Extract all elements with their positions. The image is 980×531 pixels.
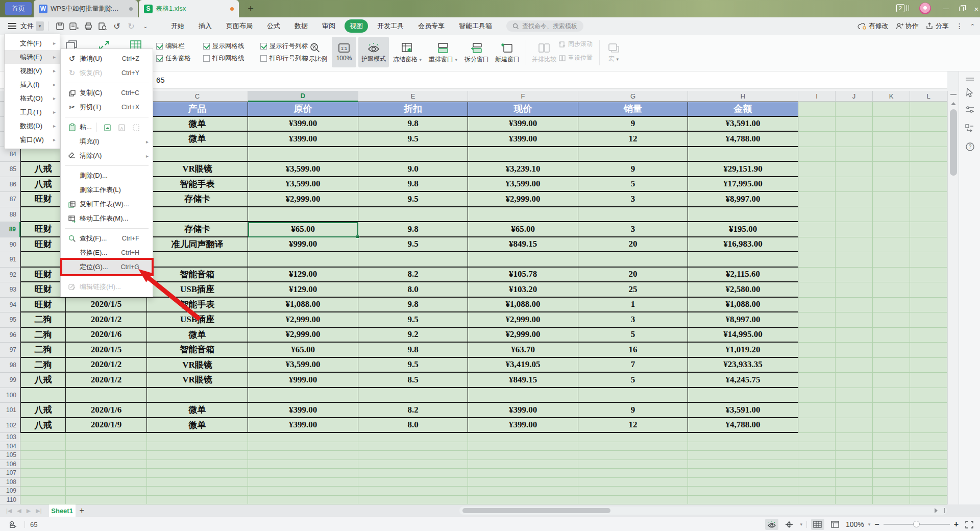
add-sheet-button[interactable]: + [80, 506, 84, 515]
cell-C100[interactable] [147, 388, 248, 403]
cell-L96[interactable] [910, 328, 947, 343]
zoom-100-button[interactable]: 1:1 100% [332, 37, 356, 67]
cell-A89[interactable]: 旺财 [20, 222, 66, 237]
cell-K91[interactable] [873, 252, 910, 268]
cell-J84[interactable] [836, 147, 873, 162]
cell-A98[interactable]: 二狗 [20, 358, 66, 373]
cell-F86[interactable]: ¥3,599.00 [468, 177, 578, 192]
menu-item-删除工作表(L)[interactable]: 删除工作表(L) [61, 183, 153, 197]
cell-L102[interactable] [910, 418, 947, 433]
cell-C92[interactable]: 智能音箱 [147, 268, 248, 283]
cell-H87[interactable]: ¥8,997.00 [688, 192, 798, 207]
macro-record-icon[interactable] [6, 519, 19, 530]
cell-J97[interactable] [836, 343, 873, 358]
cell-E106[interactable] [358, 460, 468, 469]
cell-K92[interactable] [873, 268, 910, 283]
row-header-106[interactable]: 106 [0, 460, 20, 469]
ribbon-tab-审阅[interactable]: 审阅 [317, 19, 340, 33]
cell-C85[interactable]: VR眼镜 [147, 162, 248, 177]
cell-D99[interactable]: ¥999.00 [248, 373, 358, 388]
cell-C87[interactable]: 存储卡 [147, 192, 248, 207]
ribbon-tab-公式[interactable]: 公式 [262, 19, 285, 33]
cell-E92[interactable]: 8.2 [358, 268, 468, 283]
menu-item-窗口(W)[interactable]: 窗口(W)▸ [5, 133, 60, 147]
row-header-94[interactable]: 94 [0, 298, 20, 313]
cell-D87[interactable]: ¥2,999.00 [248, 192, 358, 207]
row-header-95[interactable]: 95 [0, 312, 20, 328]
cell-D106[interactable] [248, 460, 358, 469]
checkbox-box-icon[interactable] [203, 55, 210, 62]
cell-L110[interactable] [910, 496, 947, 505]
cell-C106[interactable] [147, 460, 248, 469]
cell-J109[interactable] [836, 487, 873, 496]
menu-item-复制(C)[interactable]: 复制(C)Ctrl+C [61, 86, 153, 100]
ribbon-tab-视图[interactable]: 视图 [345, 19, 368, 33]
cell-C103[interactable] [147, 433, 248, 442]
fullscreen-icon[interactable] [963, 519, 976, 530]
last-sheet-icon[interactable]: ▶| [36, 508, 41, 514]
cell-I86[interactable] [798, 177, 836, 192]
cell-K95[interactable] [873, 312, 910, 328]
cell-C109[interactable] [147, 487, 248, 496]
cell-L94[interactable] [910, 298, 947, 313]
export-pdf-button[interactable] [68, 20, 80, 32]
cell-I91[interactable] [798, 252, 836, 268]
cell-E83[interactable]: 9.5 [358, 132, 468, 147]
cell-C98[interactable]: VR眼镜 [147, 358, 248, 373]
cell-G100[interactable] [578, 388, 688, 403]
row-header-89[interactable]: 89 [0, 222, 20, 237]
cell-E85[interactable]: 9.0 [358, 162, 468, 177]
cell-E90[interactable]: 9.5 [358, 237, 468, 253]
cell-K97[interactable] [873, 343, 910, 358]
cell-C110[interactable] [147, 496, 248, 505]
cell-K99[interactable] [873, 373, 910, 388]
cell-D98[interactable]: ¥3,599.00 [248, 358, 358, 373]
column-header-I[interactable]: I [798, 91, 836, 102]
cell-H81[interactable]: 金额 [688, 102, 798, 117]
cell-J96[interactable] [836, 328, 873, 343]
zoom-caret-icon[interactable]: ▾ [868, 522, 871, 527]
cell-K89[interactable] [873, 222, 910, 237]
cell-K85[interactable] [873, 162, 910, 177]
cell-F110[interactable] [468, 496, 578, 505]
cell-L101[interactable] [910, 403, 947, 418]
cell-A108[interactable] [20, 478, 66, 487]
menu-item-撤消(U)[interactable]: ↺撤消(U)Ctrl+Z [61, 52, 153, 66]
cell-G110[interactable] [578, 496, 688, 505]
cell-I93[interactable] [798, 282, 836, 298]
cell-A101[interactable]: 八戒 [20, 403, 66, 418]
cell-I98[interactable] [798, 358, 836, 373]
cell-G101[interactable]: 9 [578, 403, 688, 418]
restore-button[interactable] [953, 0, 969, 17]
cell-F92[interactable]: ¥105.78 [468, 268, 578, 283]
checkbox-编辑栏[interactable]: 编辑栏 [156, 42, 203, 51]
cell-H103[interactable] [688, 433, 798, 442]
cell-H90[interactable]: ¥16,983.00 [688, 237, 798, 253]
row-header-103[interactable]: 103 [0, 433, 20, 442]
menu-item-编辑链接(H)...[interactable]: 编辑链接(H)... [61, 280, 153, 294]
cell-L84[interactable] [910, 147, 947, 162]
cell-G89[interactable]: 3 [578, 222, 688, 237]
cell-A92[interactable]: 旺财 [20, 268, 66, 283]
cell-J103[interactable] [836, 433, 873, 442]
cell-L97[interactable] [910, 343, 947, 358]
cell-A87[interactable]: 旺财 [20, 192, 66, 207]
cell-H95[interactable]: ¥8,997.00 [688, 312, 798, 328]
ribbon-tab-智能工具箱[interactable]: 智能工具箱 [454, 19, 497, 33]
cell-D92[interactable]: ¥129.00 [248, 268, 358, 283]
cell-K104[interactable] [873, 442, 910, 451]
scrollbar-resize-grip[interactable] [943, 508, 945, 513]
cell-G94[interactable]: 1 [578, 298, 688, 313]
cell-E109[interactable] [358, 487, 468, 496]
sidebar-drag-handle[interactable] [959, 73, 980, 86]
paste-img-icon[interactable] [102, 122, 113, 132]
cell-H108[interactable] [688, 478, 798, 487]
zoom-slider[interactable] [884, 524, 950, 525]
ribbon-tab-开始[interactable]: 开始 [166, 19, 189, 33]
layout-switch-icon[interactable] [959, 122, 980, 135]
cell-F105[interactable] [468, 451, 578, 460]
cell-C97[interactable]: 智能音箱 [147, 343, 248, 358]
checkbox-显示网格线[interactable]: 显示网格线 [203, 42, 260, 51]
cell-E97[interactable]: 9.8 [358, 343, 468, 358]
cell-H102[interactable]: ¥4,788.00 [688, 418, 798, 433]
